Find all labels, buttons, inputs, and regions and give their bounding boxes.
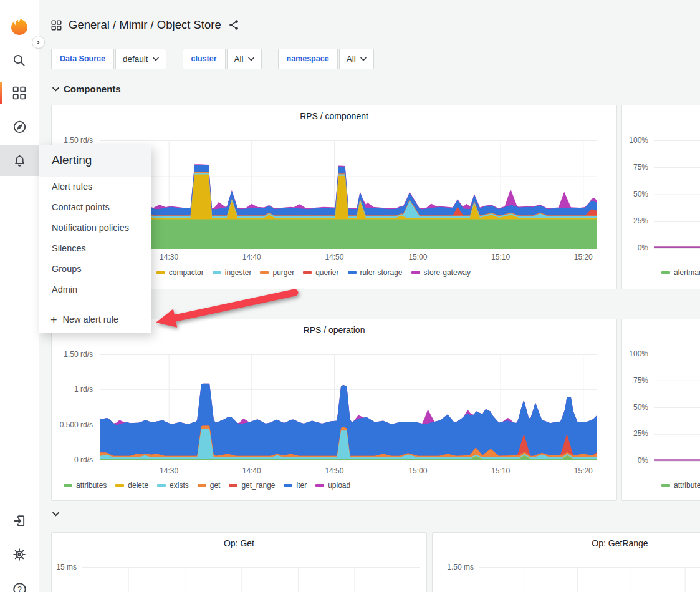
legend-label: attributes [76, 481, 107, 490]
y-axis: 15 ms [52, 567, 79, 592]
sidebar-item-explore[interactable] [0, 113, 39, 140]
legend-item[interactable]: delete [115, 481, 148, 490]
legend-label: exists [170, 481, 189, 490]
legend-item[interactable]: upload [315, 481, 350, 490]
chart-operations-right[interactable] [654, 354, 700, 462]
legend-swatch [64, 484, 72, 487]
y-axis: 100%75%50%25%0% [626, 354, 651, 460]
axis-tick-label: 14:50 [319, 467, 349, 475]
share-icon[interactable] [228, 19, 239, 31]
legend-item[interactable]: attributes [64, 481, 107, 490]
row-toggle-components[interactable]: Components [52, 84, 121, 94]
variable-label[interactable]: Data Source [51, 49, 114, 69]
legend-item[interactable]: attributes [661, 481, 700, 490]
axis-tick-label: 0.500 rd/s [60, 420, 93, 430]
axis-tick-label: 25% [633, 216, 648, 226]
row-title: Components [64, 84, 121, 94]
axis-tick-label: 1.50 ms [447, 562, 474, 572]
page-title[interactable]: General / Mimir / Object Store [69, 18, 221, 32]
help-icon[interactable]: ? [0, 575, 39, 592]
axis-tick-label: 14:40 [237, 467, 267, 475]
legend-label: delete [128, 481, 148, 490]
axis-tick-label: 14:40 [237, 253, 267, 261]
legend-item[interactable]: purger [260, 268, 294, 277]
panel-title[interactable]: Op: Get [52, 538, 426, 548]
legend-swatch [303, 271, 312, 274]
chart-rps-component[interactable] [100, 140, 597, 249]
legend-swatch [348, 271, 357, 274]
axis-tick-label: 15:20 [568, 253, 598, 261]
axis-tick-label: 15:00 [403, 467, 433, 475]
variable-value-dropdown[interactable]: All [339, 49, 374, 69]
axis-tick-label: 0% [638, 243, 648, 253]
legend-swatch [156, 271, 165, 274]
sidebar-item-alerting[interactable] [0, 147, 39, 174]
sign-in-icon[interactable] [0, 507, 39, 535]
legend-swatch [260, 271, 269, 274]
legend-swatch [315, 484, 324, 487]
chart-op-get[interactable] [82, 567, 420, 592]
variable-value-dropdown[interactable]: All [227, 49, 262, 69]
row-toggle-operations[interactable] [52, 512, 59, 517]
legend-swatch [213, 271, 221, 274]
axis-tick-label: 50% [633, 189, 648, 199]
settings-gear-icon[interactable] [0, 541, 39, 568]
plus-icon: + [50, 314, 57, 326]
menu-item-groups[interactable]: Groups [39, 259, 151, 279]
chevron-down-icon [360, 57, 367, 61]
menu-item-silences[interactable]: Silences [39, 238, 151, 259]
axis-tick-label: 0 rd/s [74, 455, 93, 465]
sidebar-expand-button[interactable] [32, 36, 45, 49]
menu-item-alert-rules[interactable]: Alert rules [39, 177, 151, 197]
legend-item[interactable]: exists [157, 481, 189, 490]
panel-title[interactable]: RPS / component [52, 111, 616, 121]
y-axis: 1.50 rd/s1 rd/s0.500 rd/s0 rd/s [52, 354, 95, 460]
axis-tick-label: 15:10 [486, 467, 515, 475]
panel-title[interactable]: Op: GetRange [433, 538, 700, 548]
alerting-flyout-menu: Alerting Alert rules Contact points Noti… [39, 145, 151, 333]
legend-label: iter [296, 481, 307, 490]
grafana-logo[interactable] [0, 13, 39, 41]
axis-tick-label: 15:00 [403, 253, 433, 261]
search-icon[interactable] [0, 47, 39, 74]
panel-op-getrange: Op: GetRange 1.50 ms [432, 532, 700, 592]
variable-label[interactable]: cluster [183, 49, 226, 69]
axis-tick-label: 25% [633, 429, 648, 439]
chart-rps-operation[interactable] [100, 354, 597, 460]
menu-item-admin[interactable]: Admin [39, 279, 151, 300]
menu-item-notification-policies[interactable]: Notification policies [39, 218, 151, 238]
axis-tick-label: 75% [633, 376, 648, 386]
menu-item-contact-points[interactable]: Contact points [39, 197, 151, 218]
sidebar-item-dashboards[interactable] [0, 79, 39, 107]
chart-components-right[interactable] [654, 140, 700, 249]
legend-item[interactable]: get [198, 481, 221, 490]
panel-components-right: 100%75%50%25%0% alertmanager-storage [621, 105, 700, 289]
breadcrumb[interactable]: General / Mimir / Object Store [51, 18, 239, 32]
legend-label: attributes [674, 481, 700, 490]
variable-label[interactable]: namespace [278, 49, 338, 69]
axis-tick-label: 50% [633, 402, 648, 412]
legend-item[interactable]: ingester [213, 268, 252, 277]
legend-swatch [229, 484, 237, 487]
axis-tick-label: 1.50 rd/s [64, 135, 93, 145]
legend-item[interactable]: store-gateway [411, 268, 471, 277]
legend-item[interactable]: get_range [229, 481, 275, 490]
legend-item[interactable]: querier [303, 268, 338, 277]
axis-tick-label: 75% [633, 162, 648, 172]
axis-tick-label: 14:50 [319, 253, 349, 261]
legend-item[interactable]: iter [284, 481, 307, 490]
menu-item-new-alert-rule[interactable]: + New alert rule [39, 306, 151, 333]
legend-item[interactable]: ruler-storage [348, 268, 403, 277]
panel-op-get: Op: Get 15 ms [51, 532, 427, 592]
axis-tick-label: 1.50 rd/s [64, 349, 93, 359]
variable-value-dropdown[interactable]: default [115, 49, 166, 69]
legend-item[interactable]: compactor [156, 268, 204, 277]
legend-label: store-gateway [424, 268, 471, 277]
legend-item[interactable]: alertmanager-storage [661, 268, 700, 277]
legend-label: get [210, 481, 221, 490]
variable-namespace: namespace All [278, 49, 374, 69]
chart-legend: attributesdeleteexistsgetget_rangeiterup… [64, 481, 359, 490]
legend-swatch [284, 484, 292, 487]
chart-op-getrange[interactable] [479, 567, 700, 592]
legend-swatch [157, 484, 166, 487]
